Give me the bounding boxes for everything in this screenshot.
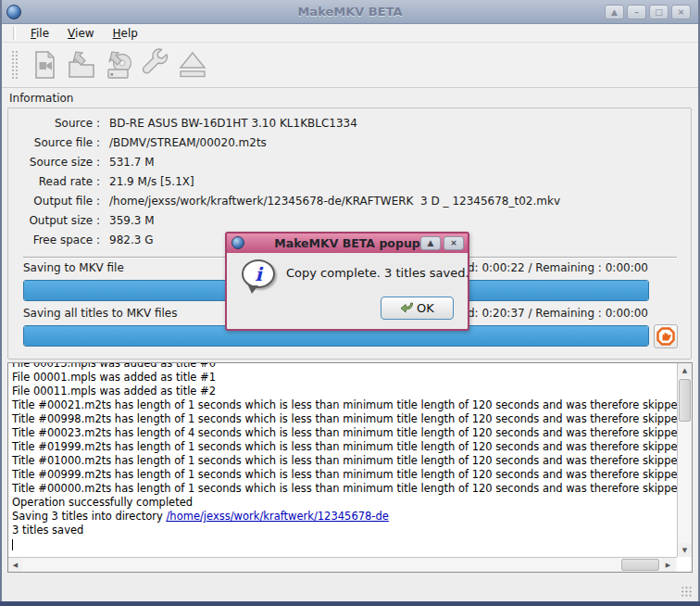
log-line: File 00011.mpls was added as title #2 — [12, 385, 677, 398]
shade-button[interactable]: ▲ — [605, 5, 624, 19]
log-line: Title #00021.m2ts has length of 1 second… — [12, 398, 677, 412]
output-directory-link[interactable]: /home/jexss/work/kraftwerk/12345678-de — [166, 510, 388, 523]
scroll-down-button[interactable]: ▼ — [678, 543, 692, 557]
open-files-button[interactable] — [63, 45, 100, 84]
vertical-scroll-thumb[interactable] — [679, 379, 691, 422]
log-line: Title #00998.m2ts has length of 1 second… — [12, 412, 677, 426]
menu-bar: File View Help — [2, 24, 698, 43]
progress-current-label: Saving to MKV file — [23, 261, 124, 274]
stop-button[interactable] — [654, 324, 678, 348]
log-line: Title #01999.m2ts has length of 1 second… — [12, 440, 677, 454]
resize-grip[interactable] — [681, 586, 693, 598]
window-border-bottom — [0, 601, 700, 606]
information-section-title: Information — [9, 92, 73, 105]
popup-dialog: MakeMKV BETA popup ▲ × i Copy complete. … — [225, 232, 469, 331]
log-vertical-scrollbar[interactable]: ▲ ▼ — [677, 363, 692, 557]
log-caret-line — [12, 537, 677, 551]
log-line: Title #00023.m2ts has length of 4 second… — [12, 426, 677, 440]
stop-hand-icon — [656, 327, 675, 346]
minimize-button[interactable]: – — [627, 5, 646, 19]
settings-wrench-icon — [139, 48, 172, 82]
info-row-output-size: Output size :359.3 M — [15, 210, 674, 230]
info-icon: i — [242, 259, 275, 288]
info-rows: Source :BD-RE ASUS BW-16D1HT 3.10 KL1KBL… — [15, 113, 674, 249]
scroll-left-button[interactable]: ◀ — [8, 558, 22, 572]
log-line: 3 titles saved — [12, 524, 677, 537]
popup-body: i Copy complete. 3 titles saved. OK — [227, 253, 468, 329]
log-horizontal-scrollbar[interactable]: ◀ ▶ — [8, 557, 677, 572]
info-row-source-size: Source size :531.7 M — [15, 152, 674, 171]
ok-button[interactable]: OK — [381, 297, 454, 320]
toolbar — [2, 43, 698, 88]
ok-button-label: OK — [417, 301, 434, 315]
log-line: File 00013.mpls was added as title #0 — [12, 363, 677, 371]
info-row-output-file: Output file :/home/jexss/work/kraftwerk/… — [15, 191, 674, 210]
menubar-grip — [13, 27, 16, 40]
log-line: Title #01000.m2ts has length of 1 second… — [12, 454, 677, 468]
popup-shade-button[interactable]: ▲ — [420, 236, 441, 250]
log-line: File 00001.mpls was added as title #1 — [12, 371, 677, 385]
ok-arrow-icon — [400, 302, 414, 314]
eject-button[interactable] — [174, 45, 211, 84]
scroll-right-button[interactable]: ▶ — [661, 558, 675, 572]
info-row-source-file: Source file :/BDMV/STREAM/00020.m2ts — [15, 133, 674, 152]
popup-close-button[interactable]: × — [444, 236, 464, 250]
popup-titlebar[interactable]: MakeMKV BETA popup ▲ × — [227, 234, 468, 253]
log-line: Title #00999.m2ts has length of 1 second… — [12, 468, 677, 482]
backup-to-drive-icon — [102, 48, 135, 82]
menu-help[interactable]: Help — [106, 25, 145, 42]
text-cursor — [12, 539, 13, 550]
progress-total-label: Saving all titles to MKV files — [23, 307, 177, 320]
eject-disc-icon — [176, 48, 209, 82]
log-line-with-link: Saving 3 titles into directory /home/jex… — [12, 510, 677, 524]
menu-view[interactable]: View — [60, 25, 101, 42]
open-video-file-button[interactable] — [26, 45, 63, 84]
close-button[interactable]: × — [671, 5, 691, 19]
maximize-button[interactable]: □ — [649, 5, 669, 19]
log-line: Title #00000.m2ts has length of 1 second… — [12, 482, 677, 496]
window-border-left — [0, 0, 2, 606]
horizontal-scroll-thumb[interactable] — [621, 559, 659, 571]
makemkv-window: MakeMKV BETA ▲ – □ × File View Help — [0, 0, 700, 606]
popup-disc-icon — [231, 236, 244, 249]
backup-button[interactable] — [100, 45, 137, 84]
settings-button[interactable] — [137, 45, 174, 84]
window-title: MakeMKV BETA — [0, 5, 700, 19]
log-line: Operation successfully completed — [12, 496, 677, 510]
log-output-area[interactable]: File 00013.mpls was added as title #0 Fi… — [7, 362, 693, 573]
info-row-source: Source :BD-RE ASUS BW-16D1HT 3.10 KL1KBL… — [15, 113, 674, 133]
log-text-view: File 00013.mpls was added as title #0 Fi… — [8, 363, 677, 557]
info-row-read-rate: Read rate :21.9 M/s [5.1X] — [15, 171, 674, 191]
menu-file[interactable]: File — [23, 25, 56, 42]
app-disc-icon — [6, 5, 21, 19]
status-bar — [2, 573, 698, 601]
popup-message: Copy complete. 3 titles saved. — [286, 266, 469, 280]
toolbar-grip[interactable] — [11, 50, 19, 80]
window-titlebar[interactable]: MakeMKV BETA ▲ – □ × — [0, 0, 700, 24]
open-video-file-icon — [28, 48, 61, 82]
scroll-up-button[interactable]: ▲ — [678, 363, 692, 377]
open-files-folder-icon — [65, 48, 98, 82]
